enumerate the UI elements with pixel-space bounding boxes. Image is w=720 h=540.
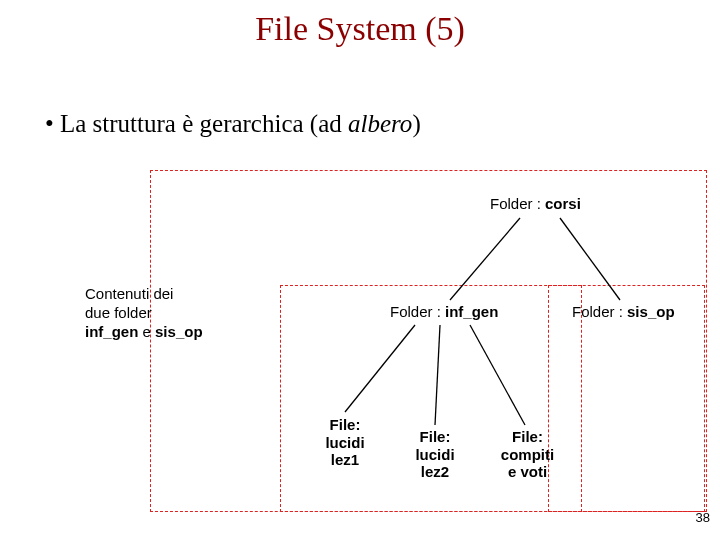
file3-l2: compiti: [501, 446, 554, 463]
file1-l1: File:: [330, 416, 361, 433]
caption-l2: due folder: [85, 304, 152, 321]
folder-prefix: Folder :: [572, 303, 627, 320]
folder-corsi-name: corsi: [545, 195, 581, 212]
file1-l2: lucidi: [325, 434, 364, 451]
file2-l2: lucidi: [415, 446, 454, 463]
file2-l3: lez2: [421, 463, 449, 480]
folder-infgen-name: inf_gen: [445, 303, 498, 320]
folder-prefix: Folder :: [490, 195, 545, 212]
caption-text: Contenuti dei due folder inf_gen e sis_o…: [85, 285, 235, 341]
file3-l3: e voti: [508, 463, 547, 480]
bullet-suffix: ): [412, 110, 420, 137]
folder-infgen-label: Folder : inf_gen: [390, 303, 498, 320]
file-compiti: File: compiti e voti: [500, 428, 555, 481]
caption-infgen: inf_gen: [85, 323, 138, 340]
caption-mid: e: [138, 323, 155, 340]
file2-l1: File:: [420, 428, 451, 445]
folder-corsi-label: Folder : corsi: [490, 195, 581, 212]
file-lez2: File: lucidi lez2: [410, 428, 460, 481]
bullet-line: • La struttura è gerarchica (ad albero): [45, 110, 421, 138]
page-number: 38: [696, 510, 710, 525]
folder-sisop-name: sis_op: [627, 303, 675, 320]
folder-sisop-label: Folder : sis_op: [572, 303, 675, 320]
file1-l3: lez1: [331, 451, 359, 468]
file3-l1: File:: [512, 428, 543, 445]
bullet-prefix: • La struttura è gerarchica (ad: [45, 110, 348, 137]
folder-prefix: Folder :: [390, 303, 445, 320]
file-lez1: File: lucidi lez1: [320, 416, 370, 469]
bullet-italic-word: albero: [348, 110, 412, 137]
caption-l1: Contenuti dei: [85, 285, 173, 302]
slide-title: File System (5): [0, 0, 720, 48]
caption-sisop: sis_op: [155, 323, 203, 340]
